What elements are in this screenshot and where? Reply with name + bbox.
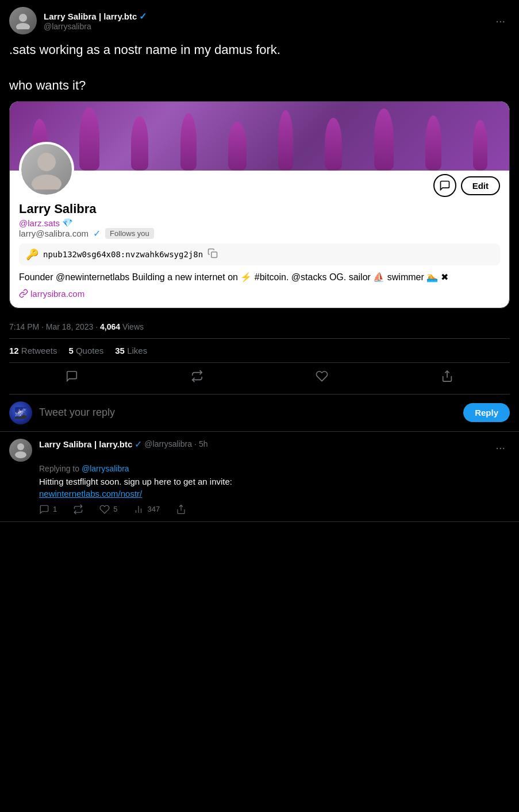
reply-like-button[interactable]: 5 <box>99 504 117 515</box>
stats-row: 12 Retweets 5 Quotes 35 Likes <box>9 339 510 363</box>
share-button[interactable] <box>434 365 460 387</box>
reply-tweet-link[interactable]: newinternetlabs.com/nostr/ <box>39 489 142 498</box>
copy-icon[interactable] <box>207 248 218 261</box>
svg-point-6 <box>17 443 24 450</box>
profile-sats: @larz.sats 💎 <box>19 218 500 228</box>
key-icon: 🔑 <box>26 248 39 261</box>
author-left: Larry Salibra | larry.btc ✓ @larrysalibr… <box>9 7 147 34</box>
quotes-stat[interactable]: 5 Quotes <box>68 346 103 355</box>
npub-key: npub132w0sg64x08:nvzwahk6wsyg2j8n <box>43 250 203 259</box>
tweet-views-count: 4,064 <box>100 322 120 331</box>
reply-tweet-author: Larry Salibra | larry.btc ✓ @larrysalibr… <box>39 439 484 450</box>
tweet-text: .sats working as a nostr name in my damu… <box>9 41 510 94</box>
reply-tweet-handle: @larrysalibra <box>144 439 192 448</box>
retweet-button[interactable] <box>184 365 210 387</box>
svg-point-0 <box>19 14 27 22</box>
main-tweet: Larry Salibra | larry.btc ✓ @larrysalibr… <box>0 0 519 395</box>
message-button[interactable] <box>433 174 456 197</box>
retweets-stat[interactable]: 12 Retweets <box>9 346 57 355</box>
retweets-count: 12 <box>9 346 19 355</box>
svg-rect-4 <box>212 252 217 258</box>
follows-badge: Follows you <box>105 228 154 239</box>
tweet-views-label: Views <box>122 322 144 331</box>
tweet-meta: 7:14 PM · Mar 18, 2023 · 4,064 Views <box>9 315 510 339</box>
quotes-label: Quotes <box>76 346 103 355</box>
profile-sats-handle: @larz.sats <box>19 218 60 228</box>
svg-point-1 <box>16 23 30 29</box>
likes-count: 35 <box>115 346 125 355</box>
profile-email: larry@salibra.com <box>19 229 89 238</box>
reply-tweet-text: Hitting testflight soon. sign up here to… <box>39 475 510 500</box>
reply-tweet-name-row: Larry Salibra | larry.btc ✓ @larrysalibr… <box>39 439 484 450</box>
reply-comment-button[interactable]: 1 <box>39 504 57 515</box>
reply-tweet: Larry Salibra | larry.btc ✓ @larrysalibr… <box>0 432 519 522</box>
reply-input[interactable] <box>39 407 456 419</box>
tweet-line-2: who wants it? <box>9 77 510 95</box>
npub-row: 🔑 npub132w0sg64x08:nvzwahk6wsyg2j8n <box>19 243 500 265</box>
reply-comment-count: 1 <box>53 505 57 513</box>
reply-views-count: 347 <box>147 505 160 513</box>
author-row: Larry Salibra | larry.btc ✓ @larrysalibr… <box>9 7 510 34</box>
tweet-line-1: .sats working as a nostr name in my damu… <box>9 41 510 59</box>
author-handle: @larrysalibra <box>44 22 147 31</box>
author-info: Larry Salibra | larry.btc ✓ @larrysalibr… <box>44 11 147 31</box>
profile-sats-emoji: 💎 <box>62 218 73 228</box>
svg-point-7 <box>15 451 26 458</box>
reply-actions: 1 5 347 <box>39 504 510 515</box>
profile-avatar-wrapper: Edit <box>19 142 500 197</box>
reply-tweet-body: Hitting testflight soon. sign up here to… <box>39 477 232 486</box>
reply-share-button[interactable] <box>176 504 186 515</box>
action-bar <box>9 363 510 395</box>
profile-card-body: Edit Larry Salibra @larz.sats 💎 larry@sa… <box>10 142 509 307</box>
likes-label: Likes <box>127 346 147 355</box>
reply-tweet-name: Larry Salibra | larry.btc <box>39 439 132 449</box>
likes-stat[interactable]: 35 Likes <box>115 346 147 355</box>
reply-verified-badge: ✓ <box>134 439 142 450</box>
retweets-label: Retweets <box>21 346 57 355</box>
profile-website: larrysibra.com <box>30 289 84 299</box>
profile-link[interactable]: larrysibra.com <box>19 289 500 299</box>
author-name-text: Larry Salibra | larry.btc <box>44 11 137 21</box>
author-name[interactable]: Larry Salibra | larry.btc ✓ <box>44 11 147 22</box>
email-verified-badge: ✓ <box>93 228 101 239</box>
reply-views-button[interactable]: 347 <box>133 504 160 515</box>
reply-tweet-time-ago: 5h <box>199 439 208 448</box>
svg-point-3 <box>32 175 61 190</box>
reply-like-count: 5 <box>113 505 117 513</box>
reply-tweet-header: Larry Salibra | larry.btc ✓ @larrysalibr… <box>9 439 510 462</box>
more-options-button[interactable]: ··· <box>491 12 510 30</box>
svg-point-2 <box>37 153 56 171</box>
reply-box: 🌌 Reply <box>0 395 519 432</box>
replying-to: Replying to @larrysalibra <box>39 464 510 473</box>
avatar <box>9 7 37 34</box>
reply-tweet-avatar <box>9 439 32 462</box>
replying-to-handle[interactable]: @larrysalibra <box>82 464 129 473</box>
reply-retweet-button[interactable] <box>73 504 83 515</box>
profile-actions: Edit <box>433 174 500 197</box>
profile-avatar <box>19 142 74 197</box>
reply-button[interactable]: Reply <box>463 403 510 422</box>
profile-name: Larry Salibra <box>19 202 500 216</box>
quotes-count: 5 <box>68 346 73 355</box>
tweet-timestamp: 7:14 PM · Mar 18, 2023 <box>9 322 93 331</box>
profile-bio: Founder @newinternetlabs Building a new … <box>19 271 500 284</box>
like-button[interactable] <box>309 365 335 387</box>
verified-badge: ✓ <box>139 11 147 22</box>
profile-email-row: larry@salibra.com ✓ Follows you <box>19 228 500 239</box>
reply-user-avatar: 🌌 <box>9 401 32 424</box>
reply-tweet-time: · <box>194 439 197 448</box>
profile-card: Edit Larry Salibra @larz.sats 💎 larry@sa… <box>9 101 510 308</box>
comment-button[interactable] <box>59 365 85 387</box>
reply-more-options[interactable]: ··· <box>491 439 510 457</box>
edit-button[interactable]: Edit <box>461 176 500 195</box>
